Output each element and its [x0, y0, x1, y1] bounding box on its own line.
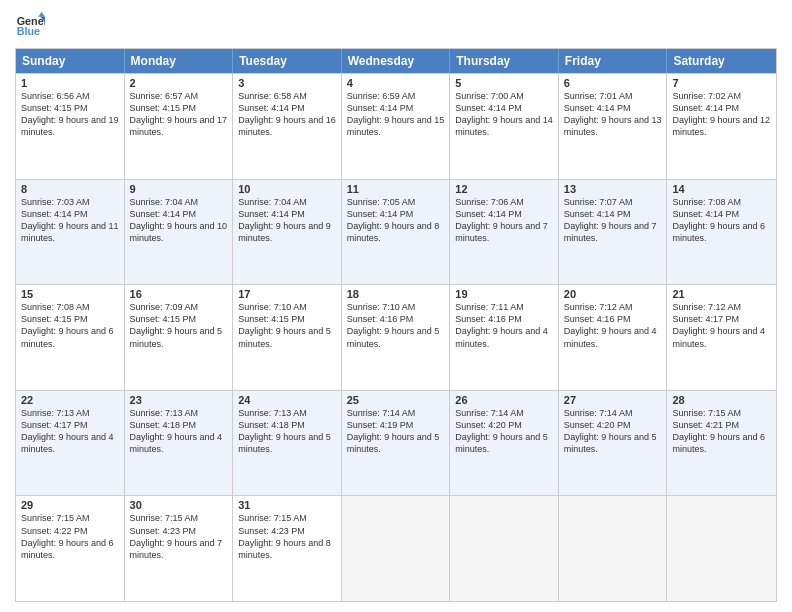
calendar-cell: 23Sunrise: 7:13 AMSunset: 4:18 PMDayligh…	[125, 391, 234, 496]
day-info: Sunrise: 7:15 AMSunset: 4:23 PMDaylight:…	[238, 512, 336, 561]
day-info: Sunrise: 6:56 AMSunset: 4:15 PMDaylight:…	[21, 90, 119, 139]
day-info: Sunrise: 7:06 AMSunset: 4:14 PMDaylight:…	[455, 196, 553, 245]
calendar-cell: 8Sunrise: 7:03 AMSunset: 4:14 PMDaylight…	[16, 180, 125, 285]
day-number: 12	[455, 183, 553, 195]
calendar-cell-empty	[342, 496, 451, 601]
calendar-body: 1Sunrise: 6:56 AMSunset: 4:15 PMDaylight…	[16, 73, 776, 601]
day-info: Sunrise: 7:13 AMSunset: 4:17 PMDaylight:…	[21, 407, 119, 456]
calendar-cell: 10Sunrise: 7:04 AMSunset: 4:14 PMDayligh…	[233, 180, 342, 285]
calendar-header-cell: Monday	[125, 49, 234, 73]
day-number: 6	[564, 77, 662, 89]
day-info: Sunrise: 7:12 AMSunset: 4:16 PMDaylight:…	[564, 301, 662, 350]
day-info: Sunrise: 7:07 AMSunset: 4:14 PMDaylight:…	[564, 196, 662, 245]
day-info: Sunrise: 7:14 AMSunset: 4:20 PMDaylight:…	[455, 407, 553, 456]
day-number: 25	[347, 394, 445, 406]
day-info: Sunrise: 7:13 AMSunset: 4:18 PMDaylight:…	[130, 407, 228, 456]
calendar-row: 22Sunrise: 7:13 AMSunset: 4:17 PMDayligh…	[16, 390, 776, 496]
calendar-cell: 28Sunrise: 7:15 AMSunset: 4:21 PMDayligh…	[667, 391, 776, 496]
day-number: 14	[672, 183, 771, 195]
calendar-cell: 29Sunrise: 7:15 AMSunset: 4:22 PMDayligh…	[16, 496, 125, 601]
day-info: Sunrise: 6:58 AMSunset: 4:14 PMDaylight:…	[238, 90, 336, 139]
day-info: Sunrise: 7:15 AMSunset: 4:23 PMDaylight:…	[130, 512, 228, 561]
logo-icon: General Blue	[15, 10, 45, 40]
calendar-cell: 15Sunrise: 7:08 AMSunset: 4:15 PMDayligh…	[16, 285, 125, 390]
day-number: 13	[564, 183, 662, 195]
day-info: Sunrise: 6:57 AMSunset: 4:15 PMDaylight:…	[130, 90, 228, 139]
day-number: 21	[672, 288, 771, 300]
calendar-cell: 21Sunrise: 7:12 AMSunset: 4:17 PMDayligh…	[667, 285, 776, 390]
calendar-cell: 2Sunrise: 6:57 AMSunset: 4:15 PMDaylight…	[125, 74, 234, 179]
page: General Blue SundayMondayTuesdayWednesda…	[0, 0, 792, 612]
day-number: 3	[238, 77, 336, 89]
calendar-cell: 9Sunrise: 7:04 AMSunset: 4:14 PMDaylight…	[125, 180, 234, 285]
day-number: 28	[672, 394, 771, 406]
calendar-row: 8Sunrise: 7:03 AMSunset: 4:14 PMDaylight…	[16, 179, 776, 285]
calendar-row: 15Sunrise: 7:08 AMSunset: 4:15 PMDayligh…	[16, 284, 776, 390]
calendar-cell: 16Sunrise: 7:09 AMSunset: 4:15 PMDayligh…	[125, 285, 234, 390]
day-number: 19	[455, 288, 553, 300]
day-number: 9	[130, 183, 228, 195]
calendar-cell: 7Sunrise: 7:02 AMSunset: 4:14 PMDaylight…	[667, 74, 776, 179]
day-info: Sunrise: 7:01 AMSunset: 4:14 PMDaylight:…	[564, 90, 662, 139]
day-info: Sunrise: 7:12 AMSunset: 4:17 PMDaylight:…	[672, 301, 771, 350]
day-number: 8	[21, 183, 119, 195]
calendar-cell: 14Sunrise: 7:08 AMSunset: 4:14 PMDayligh…	[667, 180, 776, 285]
day-number: 29	[21, 499, 119, 511]
calendar-cell: 31Sunrise: 7:15 AMSunset: 4:23 PMDayligh…	[233, 496, 342, 601]
day-info: Sunrise: 7:09 AMSunset: 4:15 PMDaylight:…	[130, 301, 228, 350]
calendar-cell: 12Sunrise: 7:06 AMSunset: 4:14 PMDayligh…	[450, 180, 559, 285]
calendar-cell-empty	[667, 496, 776, 601]
day-number: 15	[21, 288, 119, 300]
day-number: 18	[347, 288, 445, 300]
day-number: 11	[347, 183, 445, 195]
day-info: Sunrise: 7:08 AMSunset: 4:14 PMDaylight:…	[672, 196, 771, 245]
calendar-header-cell: Sunday	[16, 49, 125, 73]
day-info: Sunrise: 7:10 AMSunset: 4:16 PMDaylight:…	[347, 301, 445, 350]
day-info: Sunrise: 7:03 AMSunset: 4:14 PMDaylight:…	[21, 196, 119, 245]
day-number: 30	[130, 499, 228, 511]
calendar-cell: 18Sunrise: 7:10 AMSunset: 4:16 PMDayligh…	[342, 285, 451, 390]
calendar-cell: 27Sunrise: 7:14 AMSunset: 4:20 PMDayligh…	[559, 391, 668, 496]
calendar-cell: 11Sunrise: 7:05 AMSunset: 4:14 PMDayligh…	[342, 180, 451, 285]
day-number: 27	[564, 394, 662, 406]
day-number: 31	[238, 499, 336, 511]
day-info: Sunrise: 7:04 AMSunset: 4:14 PMDaylight:…	[130, 196, 228, 245]
day-info: Sunrise: 7:13 AMSunset: 4:18 PMDaylight:…	[238, 407, 336, 456]
day-number: 10	[238, 183, 336, 195]
calendar-cell: 3Sunrise: 6:58 AMSunset: 4:14 PMDaylight…	[233, 74, 342, 179]
svg-marker-2	[38, 12, 45, 17]
header: General Blue	[15, 10, 777, 40]
day-number: 2	[130, 77, 228, 89]
svg-text:Blue: Blue	[17, 25, 40, 37]
day-number: 20	[564, 288, 662, 300]
day-info: Sunrise: 7:04 AMSunset: 4:14 PMDaylight:…	[238, 196, 336, 245]
calendar-header-cell: Saturday	[667, 49, 776, 73]
calendar-cell: 20Sunrise: 7:12 AMSunset: 4:16 PMDayligh…	[559, 285, 668, 390]
day-info: Sunrise: 6:59 AMSunset: 4:14 PMDaylight:…	[347, 90, 445, 139]
calendar-header-cell: Tuesday	[233, 49, 342, 73]
calendar-cell: 4Sunrise: 6:59 AMSunset: 4:14 PMDaylight…	[342, 74, 451, 179]
day-number: 5	[455, 77, 553, 89]
calendar-cell: 22Sunrise: 7:13 AMSunset: 4:17 PMDayligh…	[16, 391, 125, 496]
day-number: 1	[21, 77, 119, 89]
calendar-cell-empty	[450, 496, 559, 601]
day-number: 22	[21, 394, 119, 406]
calendar-cell: 1Sunrise: 6:56 AMSunset: 4:15 PMDaylight…	[16, 74, 125, 179]
calendar-row: 29Sunrise: 7:15 AMSunset: 4:22 PMDayligh…	[16, 495, 776, 601]
day-info: Sunrise: 7:00 AMSunset: 4:14 PMDaylight:…	[455, 90, 553, 139]
calendar-cell: 30Sunrise: 7:15 AMSunset: 4:23 PMDayligh…	[125, 496, 234, 601]
day-info: Sunrise: 7:05 AMSunset: 4:14 PMDaylight:…	[347, 196, 445, 245]
calendar-cell: 25Sunrise: 7:14 AMSunset: 4:19 PMDayligh…	[342, 391, 451, 496]
calendar-header-cell: Friday	[559, 49, 668, 73]
calendar-cell: 13Sunrise: 7:07 AMSunset: 4:14 PMDayligh…	[559, 180, 668, 285]
day-number: 17	[238, 288, 336, 300]
day-info: Sunrise: 7:02 AMSunset: 4:14 PMDaylight:…	[672, 90, 771, 139]
calendar-header-cell: Wednesday	[342, 49, 451, 73]
day-number: 24	[238, 394, 336, 406]
day-info: Sunrise: 7:15 AMSunset: 4:21 PMDaylight:…	[672, 407, 771, 456]
calendar-cell-empty	[559, 496, 668, 601]
calendar-header-cell: Thursday	[450, 49, 559, 73]
calendar: SundayMondayTuesdayWednesdayThursdayFrid…	[15, 48, 777, 602]
calendar-cell: 6Sunrise: 7:01 AMSunset: 4:14 PMDaylight…	[559, 74, 668, 179]
day-number: 26	[455, 394, 553, 406]
